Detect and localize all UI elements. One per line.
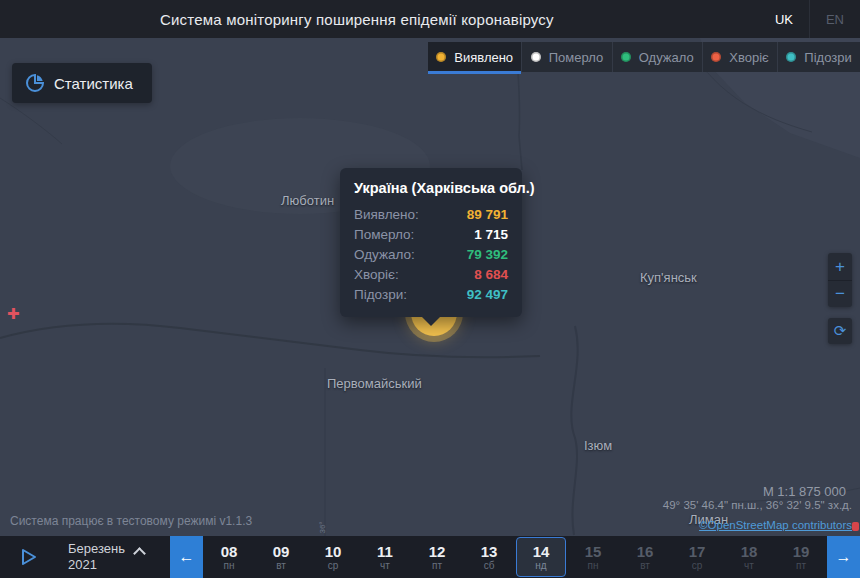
month-label: Березень xyxy=(68,541,125,557)
tooltip-arrow xyxy=(421,316,441,326)
test-mode-version-note: Система працює в тестовому режимі v1.1.3 xyxy=(10,514,252,528)
day-cell-16[interactable]: 16 вт xyxy=(620,537,670,577)
day-cell-15[interactable]: 15 пн xyxy=(568,537,618,577)
region-tooltip: Україна (Харківська обл.) Виявлено: 89 7… xyxy=(340,168,522,317)
city-label-kupyansk: Куп'янськ xyxy=(640,270,697,285)
legend-label: Хворіє xyxy=(729,50,768,65)
tooltip-title: Україна (Харківська обл.) xyxy=(354,180,508,196)
legend-label: Підозри xyxy=(804,50,851,65)
language-switcher: UK EN xyxy=(759,0,860,38)
detected-dot-icon xyxy=(436,52,446,62)
month-selector[interactable]: Березень 2021 xyxy=(56,536,162,578)
next-week-button[interactable]: → xyxy=(827,536,860,578)
legend-label: Виявлено xyxy=(454,50,513,65)
meridian-label: 36° xyxy=(318,521,327,533)
legend-item-suspected[interactable]: Підозри xyxy=(777,42,860,72)
day-cell-08[interactable]: 08 пн xyxy=(204,537,254,577)
tooltip-row-suspected: Підозри: 92 497 xyxy=(354,285,508,305)
recovered-value: 79 392 xyxy=(467,245,508,265)
osm-attribution-link[interactable]: ©OpenStreetMap contributors xyxy=(699,519,852,531)
sick-dot-icon xyxy=(711,52,721,62)
lang-uk-button[interactable]: UK xyxy=(759,0,809,38)
legend-item-sick[interactable]: Хворіє xyxy=(702,42,777,72)
suspected-value: 92 497 xyxy=(467,285,508,305)
legend-item-recovered[interactable]: Одужало xyxy=(612,42,703,72)
map-scale: М 1:1 875 000 xyxy=(763,484,846,499)
tooltip-row-recovered: Одужало: 79 392 xyxy=(354,245,508,265)
died-dot-icon xyxy=(531,52,541,62)
sick-value: 8 684 xyxy=(474,265,508,285)
tooltip-row-died: Померло: 1 715 xyxy=(354,225,508,245)
day-cell-12[interactable]: 12 пт xyxy=(412,537,462,577)
city-label-lyubotyn: Люботин xyxy=(281,193,334,208)
play-icon xyxy=(18,547,38,567)
legend-label: Померло xyxy=(549,50,604,65)
day-strip: 08 пн 09 вт 10 ср 11 чт 12 пт 13 сб xyxy=(203,536,827,578)
attribution-marker-icon xyxy=(852,522,859,531)
day-cell-14-selected[interactable]: 14 нд xyxy=(516,537,566,577)
cursor-coordinates: 49° 35' 46.4" пн.ш., 36° 32' 9.5" зх.д. xyxy=(663,499,852,511)
day-cell-09[interactable]: 09 вт xyxy=(256,537,306,577)
play-button[interactable] xyxy=(0,536,56,578)
day-cell-10[interactable]: 10 ср xyxy=(308,537,358,577)
recovered-dot-icon xyxy=(621,52,631,62)
zoom-out-button[interactable]: − xyxy=(828,280,852,307)
refresh-button[interactable]: ⟳ xyxy=(828,318,852,344)
tooltip-row-sick: Хворіє: 8 684 xyxy=(354,265,508,285)
tooltip-row-detected: Виявлено: 89 791 xyxy=(354,205,508,225)
statistics-button[interactable]: Статистика xyxy=(12,63,152,103)
legend-bar: Виявлено Померло Одужало Хворіє Підозри xyxy=(428,42,860,72)
suspected-dot-icon xyxy=(786,52,796,62)
page-title: Система моніторингу поширення епідемії к… xyxy=(160,11,554,28)
app-window: Система моніторингу поширення епідемії к… xyxy=(0,0,860,578)
year-label: 2021 xyxy=(68,557,162,573)
hospital-cross-icon: ✚ xyxy=(7,306,20,321)
city-label-izyum: Ізюм xyxy=(584,438,612,453)
day-cell-17[interactable]: 17 ср xyxy=(672,537,722,577)
zoom-control: + − xyxy=(828,253,852,307)
day-cell-18[interactable]: 18 чт xyxy=(724,537,774,577)
lang-en-button[interactable]: EN xyxy=(809,0,860,38)
timeline-bar: Березень 2021 ← 08 пн 09 вт 10 ср 11 чт xyxy=(0,536,860,578)
day-cell-13[interactable]: 13 сб xyxy=(464,537,514,577)
legend-item-died[interactable]: Померло xyxy=(521,42,611,72)
legend-label: Одужало xyxy=(639,50,694,65)
day-cell-19[interactable]: 19 пт xyxy=(776,537,826,577)
legend-item-detected[interactable]: Виявлено xyxy=(428,42,521,72)
city-label-pervomaiskyi: Первомайський xyxy=(327,376,422,391)
pie-chart-icon xyxy=(26,74,44,92)
detected-value: 89 791 xyxy=(467,205,508,225)
died-value: 1 715 xyxy=(474,225,508,245)
map-canvas[interactable]: Люботин Куп'янськ Первомайський Ізюм Лим… xyxy=(0,38,860,536)
day-cell-11[interactable]: 11 чт xyxy=(360,537,410,577)
zoom-in-button[interactable]: + xyxy=(828,253,852,280)
header-bar: Система моніторингу поширення епідемії к… xyxy=(0,0,860,38)
statistics-button-label: Статистика xyxy=(54,75,133,92)
prev-week-button[interactable]: ← xyxy=(170,536,203,578)
chevron-up-icon xyxy=(135,547,144,556)
